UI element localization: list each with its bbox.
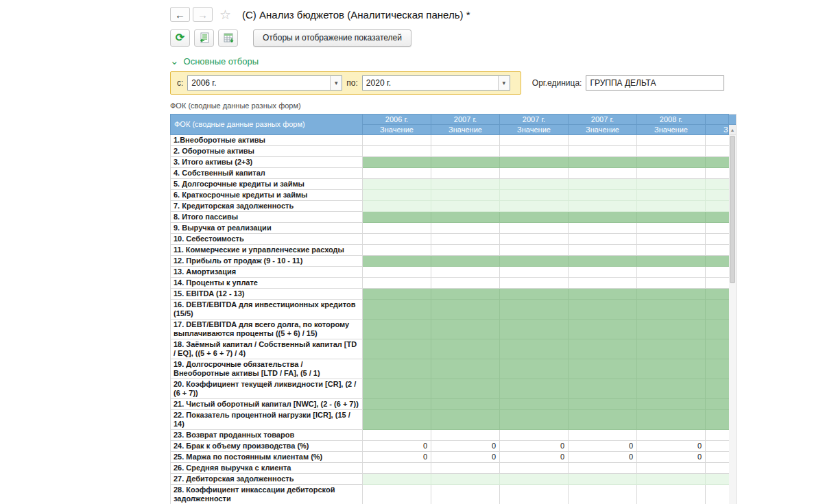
- value-cell[interactable]: [569, 278, 637, 289]
- favorite-star-icon[interactable]: ☆: [219, 7, 231, 23]
- value-cell[interactable]: [706, 320, 729, 339]
- value-cell[interactable]: [500, 430, 569, 441]
- value-cell[interactable]: 0: [569, 452, 637, 463]
- row-label-cell[interactable]: 16. DEBT/EBITDA для инвестиционных креди…: [171, 300, 363, 320]
- period-from-combobox[interactable]: ▾: [187, 75, 342, 91]
- value-cell[interactable]: [569, 410, 637, 430]
- value-cell[interactable]: [363, 339, 431, 359]
- value-cell[interactable]: [431, 399, 500, 410]
- vertical-scrollbar[interactable]: ▲: [729, 114, 737, 504]
- value-cell[interactable]: [363, 245, 431, 256]
- value-cell[interactable]: [431, 223, 500, 234]
- value-cell[interactable]: [706, 339, 729, 359]
- value-cell[interactable]: [363, 289, 431, 300]
- value-cell[interactable]: [637, 278, 706, 289]
- row-label-cell[interactable]: 28. Коэффициент инкассации дебиторской з…: [171, 485, 363, 504]
- value-cell[interactable]: [431, 146, 500, 157]
- value-cell[interactable]: [569, 146, 637, 157]
- value-cell[interactable]: [363, 399, 431, 410]
- value-cell[interactable]: [706, 410, 729, 430]
- value-cell[interactable]: [363, 379, 431, 399]
- row-label-cell[interactable]: 13. Амортизация: [171, 267, 363, 278]
- value-cell[interactable]: [569, 201, 637, 212]
- row-label-cell[interactable]: 6. Краткосрочные кредиты и займы: [171, 190, 363, 201]
- value-cell[interactable]: [706, 223, 729, 234]
- value-cell[interactable]: [637, 289, 706, 300]
- value-cell[interactable]: [431, 474, 500, 485]
- value-cell[interactable]: [500, 135, 569, 146]
- value-cell[interactable]: [706, 157, 729, 168]
- value-cell[interactable]: [363, 300, 431, 320]
- value-cell[interactable]: [431, 135, 500, 146]
- value-cell[interactable]: [637, 300, 706, 320]
- value-cell[interactable]: [431, 201, 500, 212]
- value-cell[interactable]: [637, 410, 706, 430]
- row-label-cell[interactable]: 25. Маржа по постоянным клиентам (%): [171, 452, 363, 463]
- value-cell[interactable]: [431, 157, 500, 168]
- value-cell[interactable]: [431, 463, 500, 474]
- period-to-input[interactable]: [363, 76, 498, 90]
- value-cell[interactable]: [431, 267, 500, 278]
- value-cell[interactable]: [500, 212, 569, 223]
- value-cell[interactable]: [637, 267, 706, 278]
- value-cell[interactable]: 0: [363, 452, 431, 463]
- value-cell[interactable]: [363, 157, 431, 168]
- value-cell[interactable]: [706, 379, 729, 399]
- value-cell[interactable]: [500, 410, 569, 430]
- value-cell[interactable]: [363, 463, 431, 474]
- value-cell[interactable]: [363, 212, 431, 223]
- value-cell[interactable]: [431, 300, 500, 320]
- value-cell[interactable]: 0: [500, 441, 569, 452]
- value-cell[interactable]: [706, 430, 729, 441]
- scrollbar-thumb[interactable]: [730, 136, 735, 283]
- value-cell[interactable]: [706, 179, 729, 190]
- row-label-cell[interactable]: 27. Дебиторская задолженность: [171, 474, 363, 485]
- value-cell[interactable]: [431, 245, 500, 256]
- value-cell[interactable]: [363, 146, 431, 157]
- value-cell[interactable]: [500, 379, 569, 399]
- value-cell[interactable]: [363, 410, 431, 430]
- value-cell[interactable]: [500, 339, 569, 359]
- row-label-cell[interactable]: 5. Долгосрочные кредиты и займы: [171, 179, 363, 190]
- value-cell[interactable]: [363, 223, 431, 234]
- row-label-cell[interactable]: 7. Кредиторская задолженность: [171, 201, 363, 212]
- value-cell[interactable]: [569, 474, 637, 485]
- value-cell[interactable]: [431, 379, 500, 399]
- value-cell[interactable]: [569, 223, 637, 234]
- value-cell[interactable]: [431, 410, 500, 430]
- value-cell[interactable]: [363, 190, 431, 201]
- value-cell[interactable]: [569, 135, 637, 146]
- value-cell[interactable]: [363, 135, 431, 146]
- value-cell[interactable]: [637, 179, 706, 190]
- value-cell[interactable]: [706, 441, 729, 452]
- value-cell[interactable]: [431, 320, 500, 339]
- value-cell[interactable]: [500, 201, 569, 212]
- value-cell[interactable]: [706, 463, 729, 474]
- value-cell[interactable]: [706, 300, 729, 320]
- row-label-cell[interactable]: 17. DEBT/EBITDA для всего долга, по кото…: [171, 320, 363, 339]
- value-cell[interactable]: [500, 179, 569, 190]
- value-cell[interactable]: [363, 201, 431, 212]
- scroll-up-button[interactable]: ▲: [729, 125, 736, 135]
- forward-button[interactable]: →: [193, 7, 213, 22]
- value-cell[interactable]: [500, 278, 569, 289]
- value-cell[interactable]: [500, 359, 569, 379]
- value-cell[interactable]: [431, 359, 500, 379]
- value-cell[interactable]: [569, 430, 637, 441]
- value-cell[interactable]: [569, 289, 637, 300]
- value-cell[interactable]: [637, 135, 706, 146]
- back-button[interactable]: ←: [170, 7, 190, 22]
- value-cell[interactable]: [363, 256, 431, 267]
- value-cell[interactable]: [500, 234, 569, 245]
- row-label-cell[interactable]: 4. Собственный капитал: [171, 168, 363, 179]
- value-cell[interactable]: [637, 146, 706, 157]
- export-to-file-button[interactable]: [194, 29, 214, 47]
- value-cell[interactable]: [500, 223, 569, 234]
- row-label-cell[interactable]: 9. Выручка от реализации: [171, 223, 363, 234]
- period-to-dropdown-button[interactable]: ▾: [498, 76, 510, 90]
- value-cell[interactable]: [500, 289, 569, 300]
- row-label-cell[interactable]: 10. Себестоимость: [171, 234, 363, 245]
- value-cell[interactable]: [500, 190, 569, 201]
- value-cell[interactable]: [500, 146, 569, 157]
- main-filters-section-toggle[interactable]: ⌄ Основные отборы: [170, 55, 836, 67]
